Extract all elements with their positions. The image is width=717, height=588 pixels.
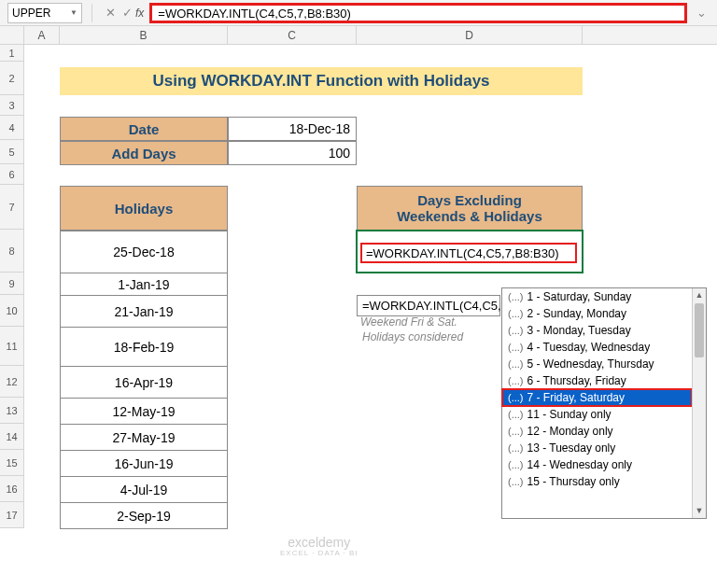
val-date[interactable]: 18-Dec-18 [228,117,357,141]
chevron-down-icon[interactable]: ▼ [70,8,77,17]
row-header[interactable]: 13 [0,398,24,424]
active-cell-D8[interactable]: =WORKDAY.INTL(C4,C5,7,B8:B30) [356,230,583,273]
row-header[interactable]: 15 [0,450,24,476]
enum-icon: (...) [508,308,524,319]
weekend-option-11[interactable]: (...)11 - Sunday only [502,406,692,423]
row-header[interactable]: 5 [0,140,24,164]
enum-icon: (...) [508,476,524,487]
holiday-cell[interactable]: 21-Jan-19 [60,296,228,328]
label-date: Date [60,117,228,141]
col-header-A[interactable]: A [24,26,60,44]
enum-icon: (...) [508,375,524,386]
holiday-cell[interactable]: 16-Apr-19 [60,367,228,399]
row-header[interactable]: 12 [0,366,24,398]
row-header[interactable]: 1 [0,45,24,62]
holiday-cell[interactable]: 27-May-19 [60,425,228,451]
weekend-option-4[interactable]: (...)4 - Tuesday, Wednesday [502,339,692,356]
label-add-days: Add Days [60,141,228,165]
scroll-thumb[interactable] [695,303,704,357]
spreadsheet-grid: A B C D 1 2 3 4 5 6 7 8 9 10 11 12 13 14… [0,26,717,528]
weekend-option-14[interactable]: (...)14 - Wednesday only [502,456,692,473]
name-box[interactable]: UPPER ▼ [7,3,82,23]
weekend-option-6[interactable]: (...)6 - Thursday, Friday [502,372,692,389]
weekend-option-2[interactable]: (...)2 - Sunday, Monday [502,305,692,322]
enum-icon: (...) [508,392,524,403]
weekend-dropdown[interactable]: (...)1 - Saturday, Sunday(...)2 - Sunday… [501,287,707,519]
cancel-icon[interactable]: ✕ [102,6,119,20]
select-all-corner[interactable] [0,26,24,44]
note-holidays: Holidays considered [362,330,463,344]
weekend-option-13[interactable]: (...)13 - Tuesday only [502,440,692,456]
fx-icon[interactable]: fx [135,7,144,20]
weekend-option-12[interactable]: (...)12 - Monday only [502,423,692,440]
enum-icon: (...) [508,459,524,470]
row-header[interactable]: 6 [0,164,24,185]
weekend-option-1[interactable]: (...)1 - Saturday, Sunday [502,288,692,305]
enum-icon: (...) [508,342,524,353]
holiday-cell[interactable]: 18-Feb-19 [60,328,228,367]
enum-icon: (...) [508,291,524,302]
col-header-D[interactable]: D [357,26,583,44]
scroll-up-icon[interactable]: ▲ [693,288,706,302]
enum-icon: (...) [508,358,524,370]
holiday-cell[interactable]: 25-Dec-18 [60,231,228,273]
formula-highlight: =WORKDAY.INTL(C4,C5,7,B8:B30) [360,243,577,263]
col-header-C[interactable]: C [228,26,357,44]
holiday-cell[interactable]: 12-May-19 [60,399,228,425]
accept-icon[interactable]: ✓ [119,6,135,20]
enum-icon: (...) [508,426,524,437]
name-box-value: UPPER [12,7,50,20]
holiday-cell[interactable]: 16-Jun-19 [60,451,228,477]
row-header[interactable]: 17 [0,502,24,528]
row-header[interactable]: 3 [0,95,24,116]
scrollbar[interactable]: ▲ ▼ [692,288,706,518]
row-header[interactable]: 11 [0,327,24,366]
row-header[interactable]: 2 [0,62,24,95]
row-header[interactable]: 10 [0,295,24,327]
scroll-down-icon[interactable]: ▼ [693,504,706,518]
row-header[interactable]: 9 [0,273,24,295]
holiday-cell[interactable]: 1-Jan-19 [60,273,228,296]
label-days-excluding: Days Excluding Weekends & Holidays [357,186,583,231]
column-headers: A B C D [0,26,717,45]
watermark: exceldemy EXCEL · DATA · BI [280,537,358,559]
formula-bar-input[interactable]: =WORKDAY.INTL(C4,C5,7,B8:B30) [149,3,687,23]
note-weekend: Weekend Fri & Sat. [360,315,457,329]
holiday-cell[interactable]: 2-Sep-19 [60,503,228,529]
weekend-option-5[interactable]: (...)5 - Wednesday, Thursday [502,356,692,372]
col-header-B[interactable]: B [60,26,228,44]
enum-icon: (...) [508,325,524,336]
weekend-option-3[interactable]: (...)3 - Monday, Tuesday [502,322,692,339]
formula-bar-row: UPPER ▼ ✕ ✓ fx =WORKDAY.INTL(C4,C5,7,B8:… [0,0,717,26]
row-header[interactable]: 4 [0,116,24,140]
holiday-cell[interactable]: 4-Jul-19 [60,477,228,503]
weekend-option-15[interactable]: (...)15 - Thursday only [502,473,692,490]
row-header[interactable]: 8 [0,230,24,273]
divider [91,4,92,22]
row-header[interactable]: 7 [0,185,24,230]
row-header[interactable]: 14 [0,424,24,450]
enum-icon: (...) [508,442,524,454]
tooltip-formula: =WORKDAY.INTL(C4,C5, [357,295,500,316]
enum-icon: (...) [508,409,524,420]
label-holidays: Holidays [60,186,228,231]
weekend-option-7[interactable]: (...)7 - Friday, Saturday [502,389,692,406]
grid-body[interactable]: 1 2 3 4 5 6 7 8 9 10 11 12 13 14 15 16 1… [0,45,717,528]
row-header[interactable]: 16 [0,476,24,502]
val-add-days[interactable]: 100 [228,141,357,165]
sheet-title: Using WORKDAY.INT Function with Holidays [60,67,583,95]
expand-icon[interactable]: ⌄ [696,6,711,20]
